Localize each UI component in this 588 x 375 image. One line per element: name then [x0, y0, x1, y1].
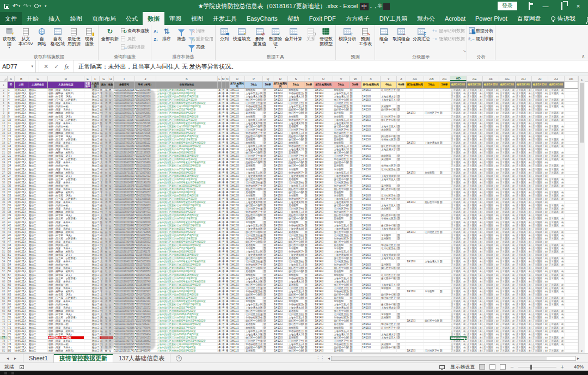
- column-header-R[interactable]: R: [273, 76, 288, 81]
- grid-header-cell[interactable]: 第1次检测时间: [230, 82, 245, 89]
- flash-button[interactable]: ⚡快速填充: [232, 26, 252, 54]
- grid-header-cell[interactable]: 3结果: [350, 82, 362, 89]
- column-header-Z[interactable]: Z: [397, 76, 406, 81]
- column-header-J[interactable]: J: [135, 76, 156, 81]
- zoom-slider-thumb[interactable]: [530, 365, 532, 370]
- analysis-button[interactable]: ▙数据分析: [469, 27, 493, 34]
- column-header-A[interactable]: A: [8, 76, 15, 81]
- undo-button[interactable]: ↶▾: [13, 3, 20, 9]
- grid-header-cell[interactable]: 1结果: [263, 82, 273, 89]
- column-header-M[interactable]: M: [222, 76, 225, 81]
- grid-header-cell[interactable]: 5地点: [424, 82, 439, 89]
- csv-button[interactable]: 从文 本/CSV: [17, 26, 34, 54]
- column-header-AI[interactable]: AI: [532, 76, 548, 81]
- grid-header-cell[interactable]: 第3次检测时间: [314, 82, 333, 89]
- column-header-K[interactable]: K: [156, 76, 218, 81]
- split-button[interactable]: ⇉分列: [217, 26, 231, 54]
- select-all-corner[interactable]: [0, 76, 8, 81]
- sortaz-button[interactable]: A↓: [153, 27, 159, 35]
- horizontal-scroll-thumb[interactable]: [332, 357, 547, 360]
- column-header-G[interactable]: G: [100, 76, 108, 81]
- column-header-E[interactable]: E: [84, 76, 91, 81]
- new-sheet-button[interactable]: +: [170, 354, 187, 362]
- column-header-D[interactable]: D: [48, 76, 84, 81]
- model-button[interactable]: 管理数 据模型: [318, 26, 334, 54]
- advanced-button[interactable]: 高级: [189, 43, 213, 51]
- column-header-AH[interactable]: AH: [516, 76, 532, 81]
- grid-cell[interactable]: 正常隔离：未外出: [499, 349, 516, 353]
- minimize-icon[interactable]: —: [541, 3, 550, 9]
- row-header-81[interactable]: 81: [0, 349, 8, 353]
- recent-button[interactable]: 最近使 用的源: [66, 26, 82, 54]
- dedup-button[interactable]: ⊘删除 重复值: [252, 26, 267, 54]
- vertical-scrollbar[interactable]: ▴ ▾: [578, 76, 585, 353]
- close-icon[interactable]: ×: [574, 3, 583, 9]
- ungroup-button[interactable]: ←取消组合▾: [391, 26, 411, 54]
- ribbon-tab-方方格子[interactable]: 方方格子: [341, 12, 375, 25]
- grid-cell[interactable]: 正常隔离：未外出: [532, 349, 548, 353]
- refresh-button[interactable]: ↻全部刷新▾: [100, 26, 120, 54]
- column-header-AA[interactable]: AA: [406, 76, 424, 81]
- group-button[interactable]: →组合▾: [377, 26, 391, 54]
- column-header-I[interactable]: I: [114, 76, 135, 81]
- column-header-AF[interactable]: AF: [483, 76, 499, 81]
- ribbon-tab-文件[interactable]: 文件: [0, 12, 22, 25]
- grid-cell[interactable]: 否: [222, 349, 225, 353]
- grid-header-cell[interactable]: 3地点: [333, 82, 350, 89]
- tell-me-tab[interactable]: 告诉我: [546, 12, 580, 25]
- grid-cell[interactable]: 徐汇区中心医院: [288, 349, 304, 353]
- grid-header-cell[interactable]: 身份证号: [114, 82, 135, 89]
- sortza-button[interactable]: Z↓: [153, 35, 159, 43]
- grid-cell[interactable]: [381, 349, 397, 353]
- grid-header-cell[interactable]: 1地点: [245, 82, 263, 89]
- redo-button[interactable]: ↷▾: [23, 3, 31, 9]
- grid-header-cell[interactable]: 截至3月10日: [450, 82, 467, 89]
- ribbon-tab-EasyCharts[interactable]: EasyCharts: [242, 12, 283, 25]
- sort-button[interactable]: ⇅排序: [160, 26, 174, 54]
- getdata-button[interactable]: ⚡获取数 据▾: [2, 26, 17, 54]
- column-header-V[interactable]: V: [333, 76, 350, 81]
- column-header-AG[interactable]: AG: [499, 76, 516, 81]
- ribbon-tab-慧办公[interactable]: 慧办公: [412, 12, 440, 25]
- ribbon-tab-Foxit PDF[interactable]: Foxit PDF: [304, 12, 341, 25]
- grid-cell[interactable]: 江川社区卫生服务中心: [424, 349, 439, 353]
- grid-header-cell[interactable]: 姓名: [100, 82, 108, 89]
- zoom-in-icon[interactable]: +: [561, 364, 564, 370]
- grid-cell[interactable]: 正常隔离：未外出: [450, 349, 467, 353]
- grid-cell[interactable]: 3月14日: [314, 349, 333, 353]
- ribbon-tab-数据[interactable]: 数据: [143, 12, 164, 25]
- hscroll-right-icon[interactable]: ▸: [577, 356, 579, 361]
- grid-cell[interactable]: 正常隔离：未外出: [516, 349, 532, 353]
- grid-header-cell[interactable]: 截至3月14日: [516, 82, 532, 89]
- grid-header-cell[interactable]: 人群: [15, 82, 28, 89]
- grid-header-cell[interactable]: ID: [8, 82, 15, 89]
- save-icon[interactable]: [4, 4, 9, 9]
- column-header-AC[interactable]: AC: [439, 76, 450, 81]
- name-box[interactable]: AD77▾: [0, 60, 36, 72]
- display-settings-label[interactable]: 显示器设置: [450, 364, 475, 371]
- grid-header-cell[interactable]: [565, 82, 578, 89]
- column-header-Y[interactable]: Y: [381, 76, 397, 81]
- grid-cell[interactable]: [84, 349, 91, 353]
- column-header-AD[interactable]: AD: [450, 76, 467, 81]
- scroll-down-icon[interactable]: ▾: [581, 348, 583, 353]
- column-header-X[interactable]: X: [362, 76, 381, 81]
- column-header-B[interactable]: B: [15, 76, 28, 81]
- grid-header-cell[interactable]: 2结果: [304, 82, 314, 89]
- macro-record-icon[interactable]: [20, 365, 24, 369]
- grid-header-cell[interactable]: [218, 82, 222, 89]
- page-layout-view-icon[interactable]: [489, 364, 495, 370]
- name-box-dropdown-icon[interactable]: ▾: [31, 64, 33, 69]
- grid-header-cell[interactable]: 截至3月13日: [499, 82, 516, 89]
- grid-cell[interactable]: 3月17日: [406, 349, 424, 353]
- ribbon-tab-DIY工具箱[interactable]: DIY工具箱: [375, 12, 412, 25]
- scroll-up-icon[interactable]: ▴: [581, 76, 583, 82]
- grid-cell[interactable]: 吴泾医院: [245, 349, 263, 353]
- column-header-AJ[interactable]: AJ: [548, 76, 565, 81]
- customize-qat-button[interactable]: ▾: [44, 4, 46, 8]
- column-header-C[interactable]: C: [28, 76, 48, 81]
- grid-header-cell[interactable]: 更新情况: [84, 82, 91, 89]
- column-header-F[interactable]: F: [91, 76, 100, 81]
- cancel-icon[interactable]: ✕: [44, 63, 48, 70]
- vertical-scroll-thumb[interactable]: [580, 83, 584, 143]
